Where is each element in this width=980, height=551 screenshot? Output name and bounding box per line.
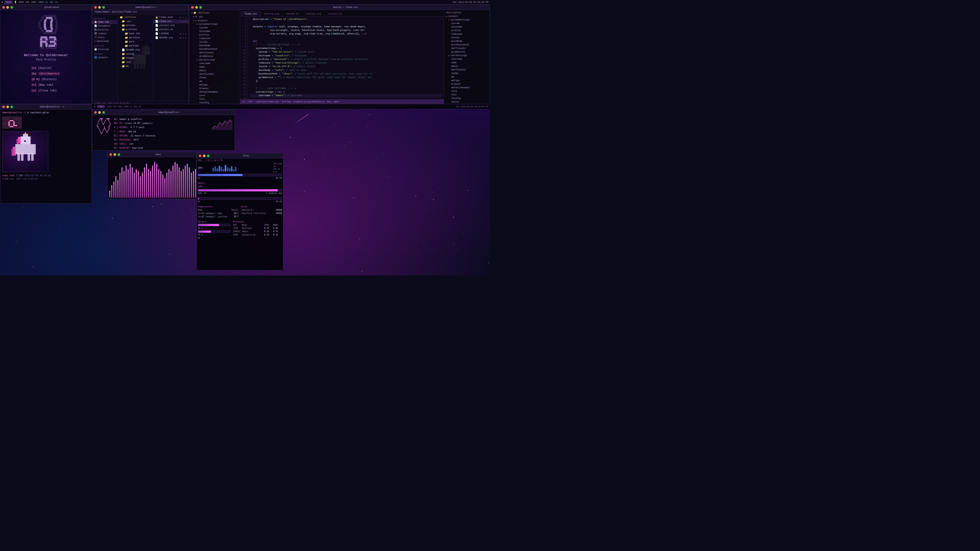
fm-tree-worklab[interactable]: 📁 worklab (118, 44, 153, 48)
rtree-usersettings[interactable]: ▼userSettings (444, 54, 490, 57)
fm-file-flakenix[interactable]: 📄 flake.nix 2.2 K (153, 19, 189, 24)
neofetch-max[interactable] (102, 111, 105, 114)
fm-file-flakelock[interactable]: 🔒 flake.lock 27.5 K (153, 15, 189, 19)
fm-tree-wm[interactable]: 📁 wm (118, 64, 153, 68)
rtree-dotfilesdir2[interactable]: dotfilesDir (444, 68, 490, 72)
rtree-browser[interactable]: browser (444, 83, 490, 86)
sysmon-min[interactable] (203, 155, 205, 157)
maximize-button[interactable] (11, 6, 13, 9)
qute-menu-bookmarks[interactable]: [b] [Quickmarks] (32, 71, 60, 76)
rtree-locale[interactable]: locale (444, 36, 490, 40)
close-button[interactable] (2, 6, 5, 9)
fm-tree-homelab[interactable]: 📁 home lab (118, 32, 153, 36)
tree-item-locale[interactable]: locale (189, 40, 240, 44)
editor-maximize-button[interactable] (199, 6, 202, 9)
tree-item-dotfiles[interactable]: ▼ 📁 .dotfiles (189, 11, 240, 15)
qute-menu-close[interactable]: [x] [Close tab] (32, 88, 60, 94)
tree-item-dotfilesdir[interactable]: dotfilesDir (189, 51, 240, 55)
rtree-dotfilesdir[interactable]: dotfilesDir (444, 47, 490, 50)
tree-item-wm[interactable]: wm (189, 79, 240, 83)
tab-install-sh[interactable]: install.sh (325, 11, 345, 16)
fm-tree-themes[interactable]: 📁 themes (118, 56, 153, 60)
tree-item-profile[interactable]: profile (189, 33, 240, 37)
tree-item-theme[interactable]: theme (189, 76, 240, 79)
fm-maximize-button[interactable] (102, 6, 105, 9)
rtree-bootmode[interactable]: bootMode (444, 40, 490, 43)
viz-close[interactable] (110, 153, 112, 156)
fm-tree-personal[interactable]: 📁 personal (118, 36, 153, 40)
rtree-theme[interactable]: theme (444, 72, 490, 75)
qute-menu-newtab[interactable]: [t] [New tab] (32, 82, 60, 88)
tree-item-dotfilesdir2[interactable]: dotfilesDir (189, 73, 240, 76)
fm-tree-system[interactable]: 📁 system (118, 52, 153, 56)
fm-sidebar-videos[interactable]: 🎬 videos (92, 32, 118, 35)
tab-desktop[interactable]: desktop.png (261, 11, 283, 16)
sysmon-close[interactable] (199, 155, 201, 157)
rtree-outputs[interactable]: ▶outputs (444, 14, 490, 18)
fm-sidebar-downloads[interactable]: ⬇ downloads (92, 39, 118, 43)
rtree-name[interactable]: name (444, 61, 490, 65)
tree-item-usersettings[interactable]: ▼ userSettings (189, 58, 240, 62)
tree-item-email[interactable]: email (189, 69, 240, 73)
term-bl-min[interactable] (6, 106, 9, 108)
tree-item-bootmountpath[interactable]: bootMountPath (189, 48, 240, 51)
rtree-description[interactable]: description (444, 11, 490, 14)
rtree-system[interactable]: system (444, 22, 490, 25)
fm-close-button[interactable] (94, 6, 97, 9)
editor-close-button[interactable] (191, 6, 194, 9)
sysmon-max[interactable] (207, 155, 210, 157)
rtree-grubdevice[interactable]: grubDevice (444, 50, 490, 54)
fm-tree-git[interactable]: 📁 .git (118, 19, 153, 24)
tab-harden[interactable]: harden.sh (283, 11, 302, 16)
tree-item-git[interactable]: ▶ ⚙ .git (189, 15, 240, 19)
rtree-username[interactable]: username (444, 57, 490, 61)
fm-file-readmeorg[interactable]: 📄 README.org 40.1 K (153, 36, 189, 40)
rtree-systemsettings[interactable]: ▼systemSettings (444, 18, 490, 22)
fm-sidebar-network[interactable]: 🌐 network (92, 56, 118, 59)
tree-item-username[interactable]: username (189, 62, 240, 65)
rtree-wm[interactable]: wm (444, 75, 490, 79)
fm-sidebar-homelab[interactable]: 🏠 home lab (92, 20, 118, 24)
neofetch-close[interactable] (94, 111, 97, 114)
rtree-wmtype[interactable]: wmType (444, 79, 490, 83)
fm-tree-patches[interactable]: 📁 patches (118, 24, 153, 27)
rtree-email[interactable]: email (444, 65, 490, 68)
tree-item-wmtype[interactable]: wmType (189, 83, 240, 87)
tree-item-hostname[interactable]: hostname (189, 30, 240, 33)
fm-tree-dotfiles[interactable]: 📁 .dotfiles (118, 15, 153, 19)
tree-item-grubdevice[interactable]: grubDevice (189, 55, 240, 58)
tab-install-org[interactable]: install.org (303, 11, 325, 16)
tab-flakenix[interactable]: flake.nix (241, 11, 260, 16)
term-bl-close[interactable] (2, 106, 5, 108)
tree-item-system[interactable]: system (189, 26, 240, 30)
fm-tree-profiles[interactable]: 📁 profiles (118, 27, 153, 32)
tree-item-timezone[interactable]: timezone (189, 37, 240, 40)
tree-item-browser[interactable]: browser (189, 87, 240, 90)
editor-minimize-button[interactable] (195, 6, 198, 9)
fm-sidebar-pictures[interactable]: 🖼 pictures (92, 28, 118, 32)
minimize-button[interactable] (6, 6, 9, 9)
fm-tree-readme[interactable]: 📄 README.org (118, 48, 153, 52)
tree-item-bootmode[interactable]: bootMode (189, 44, 240, 48)
fm-minimize-button[interactable] (98, 6, 101, 9)
tree-item-defaultroamdir[interactable]: defaultRoamDir (189, 90, 240, 94)
fm-file-license[interactable]: 📄 LICENSE 34.2 K (153, 32, 189, 36)
tree-item-fontpkg[interactable]: fontPkg (189, 101, 240, 104)
fm-file-installorg[interactable]: 📄 install.org (153, 24, 189, 27)
rtree-timezone[interactable]: timezone (444, 32, 490, 36)
term-bl-max[interactable] (11, 106, 13, 108)
qute-menu-history[interactable]: [$ h] [History] (32, 76, 60, 82)
fm-tree-work[interactable]: 📁 work (118, 40, 153, 44)
neofetch-min[interactable] (98, 111, 101, 114)
viz-min[interactable] (114, 153, 116, 156)
rtree-editor[interactable]: editor (444, 100, 490, 104)
rtree-term[interactable]: term (444, 89, 490, 93)
tree-item-font[interactable]: font (189, 97, 240, 101)
rtree-fontpkg[interactable]: fontPkg (444, 97, 490, 100)
tree-item-systemsettings[interactable]: ▼ systemSettings (189, 22, 240, 26)
qute-menu-search[interactable]: [o] [Search] (32, 65, 60, 71)
fm-sidebar-documents[interactable]: 📄 documents (92, 24, 118, 28)
viz-max[interactable] (118, 153, 120, 156)
tree-item-outputs[interactable]: ▼ ▸ outputs (189, 19, 240, 22)
rtree-font[interactable]: font (444, 93, 490, 97)
